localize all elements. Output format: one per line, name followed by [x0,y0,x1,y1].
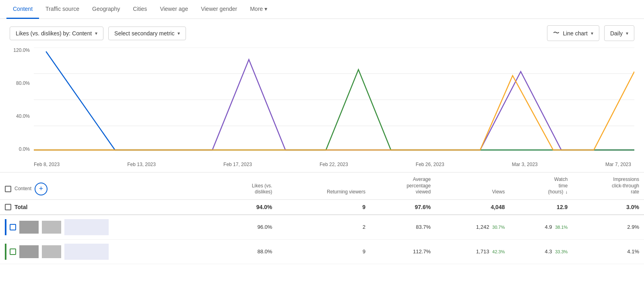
row1-thumbnail2 [42,221,61,234]
total-returning: 9 [277,199,370,215]
row2-returning: 9 [277,239,370,264]
row1-watch-time: 4.9 38.1% [510,215,572,240]
row1-avg-pct: 83.7% [370,215,436,240]
total-views: 4,048 [436,199,510,215]
table-row: 88.0% 9 112.7% 1,713 42.3% 4.3 33.3% 4.1… [0,239,644,264]
total-watch-time: 12.9 [510,199,572,215]
row2-watch-time: 4.3 33.3% [510,239,572,264]
row2-thumbnail1 [19,245,39,258]
right-controls: 〜 Line chart ▾ Daily ▾ [547,25,634,41]
total-likes: 94.0% [219,199,277,215]
col-header-likes: Likes (vs. dislikes) [219,172,277,199]
row2-views: 1,713 42.3% [436,239,510,264]
add-column-button[interactable]: + [35,183,47,195]
chart-svg [34,47,634,152]
col-header-watch-time[interactable]: Watch time (hours) ↓ [510,172,572,199]
col-header-avg-pct: Average percentage viewed [370,172,436,199]
chevron-down-icon: ▾ [264,6,267,12]
table-row-total: Total 94.0% 9 97.6% 4,048 12.9 3.0% [0,199,644,215]
row1-content-cell [0,215,219,240]
tab-content[interactable]: Content [6,0,39,19]
row2-content-cell [0,239,219,264]
row2-likes: 88.0% [219,239,277,264]
row1-likes: 96.0% [219,215,277,240]
period-dropdown[interactable]: Daily ▾ [604,25,634,41]
col-header-content: Content + [0,172,219,199]
line-chart-icon: 〜 [553,29,559,37]
col-header-views: Views [436,172,510,199]
tab-viewer-age[interactable]: Viewer age [153,0,194,19]
row1-views: 1,242 30.7% [436,215,510,240]
tabs-bar: Content Traffic source Geography Cities … [0,0,644,19]
tab-more[interactable]: More ▾ [244,0,274,19]
total-avg-pct: 97.6% [370,199,436,215]
row1-thumbnail1 [19,221,39,234]
tab-cities[interactable]: Cities [126,0,153,19]
total-impressions-ctr: 3.0% [572,199,644,215]
row2-checkbox[interactable] [10,248,16,255]
tab-viewer-gender[interactable]: Viewer gender [194,0,244,19]
chart-x-axis: Feb 8, 2023 Feb 13, 2023 Feb 17, 2023 Fe… [34,160,634,169]
row1-returning: 2 [277,215,370,240]
data-table: Content + Likes (vs. dislikes) Returning… [0,172,644,264]
controls-bar: Likes (vs. dislikes) by: Content ▾ Selec… [0,19,644,47]
col-header-impressions-ctr: Impressions click-through rate [572,172,644,199]
row2-avg-pct: 112.7% [370,239,436,264]
chevron-down-icon: ▾ [95,31,97,36]
chart-container: 120.0% 80.0% 40.0% 0.0% [0,47,644,169]
chart-y-axis: 120.0% 80.0% 40.0% 0.0% [10,47,30,152]
chart-type-dropdown[interactable]: 〜 Line chart ▾ [547,25,599,41]
row2-title-area [64,244,109,260]
total-label-cell: Total [0,199,219,215]
table-row: 96.0% 2 83.7% 1,242 30.7% 4.9 38.1% 2.9% [0,215,644,240]
col-header-returning: Returning viewers [277,172,370,199]
sort-desc-icon: ↓ [566,189,568,194]
secondary-metric-dropdown[interactable]: Select secondary metric ▾ [108,27,186,40]
tab-traffic-source[interactable]: Traffic source [39,0,86,19]
chevron-down-icon: ▾ [626,31,628,36]
primary-metric-dropdown[interactable]: Likes (vs. dislikes) by: Content ▾ [10,27,103,40]
tab-geography[interactable]: Geography [86,0,126,19]
row2-impressions-ctr: 4.1% [572,239,644,264]
row1-title-area [64,219,109,235]
row1-impressions-ctr: 2.9% [572,215,644,240]
chart-plot-area [34,47,634,160]
chevron-down-icon: ▾ [591,31,593,36]
chevron-down-icon: ▾ [178,31,180,36]
row2-thumbnail2 [42,245,61,258]
row1-checkbox[interactable] [10,224,16,230]
